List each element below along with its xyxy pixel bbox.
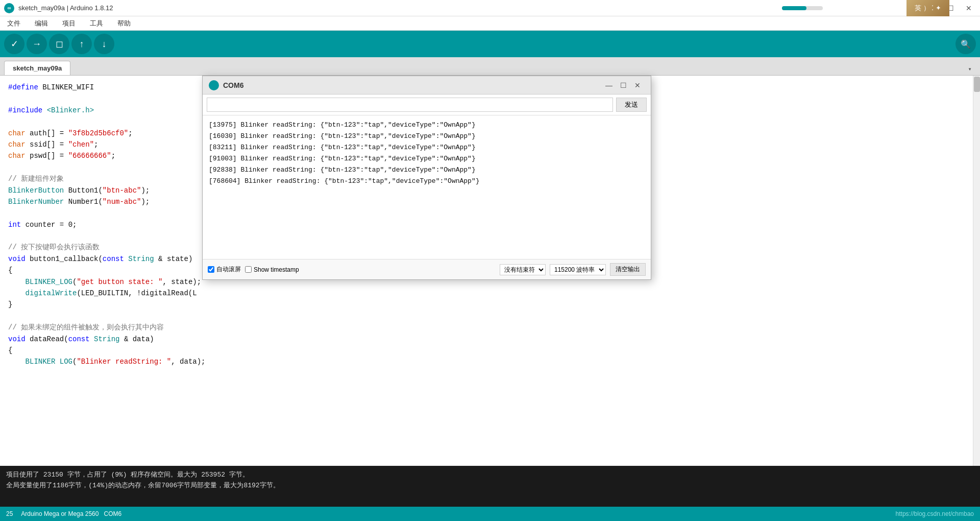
- com-input-field[interactable]: [207, 98, 613, 112]
- auto-scroll-checkbox-label[interactable]: 自动滚屏: [208, 265, 241, 274]
- app-title: sketch_may09a | Arduino 1.8.12: [18, 4, 782, 12]
- clear-output-button[interactable]: 清空输出: [610, 263, 646, 276]
- output-line-3: [83211] Blinker readString: {"btn-123":"…: [209, 142, 645, 153]
- com-output-area[interactable]: [13975] Blinker readString: {"btn-123":"…: [203, 115, 651, 259]
- board-info: Arduino Mega or Mega 2560 COM6: [21, 510, 121, 517]
- com-serial-window: COM6 — ☐ ✕ 发送 [13975] Blinker readString…: [202, 76, 651, 280]
- progress-fill: [782, 6, 806, 10]
- com-maximize-button[interactable]: ☐: [616, 78, 630, 92]
- com-title: COM6: [223, 81, 602, 89]
- output-line-5: [92838] Blinker readString: {"btn-123":"…: [209, 164, 645, 176]
- search-button[interactable]: 🔍: [955, 34, 976, 54]
- tab-bar: sketch_may09a ▾: [0, 57, 980, 76]
- menu-tools[interactable]: 工具: [87, 18, 106, 29]
- tab-sketch[interactable]: sketch_may09a: [4, 61, 70, 75]
- com-logo: [209, 80, 219, 90]
- output-line-6: [768604] Blinker readString: {"btn-123":…: [209, 176, 645, 187]
- open-button[interactable]: ↑: [71, 34, 92, 54]
- upload-button[interactable]: →: [27, 34, 47, 54]
- line-number: 25: [6, 510, 13, 517]
- arduino-badge: 英 ） ⁚ ✦: [906, 0, 949, 16]
- com-footer: 自动滚屏 Show timestamp 没有结束符 115200 波特率 清空输…: [203, 259, 651, 279]
- output-line-1: [13975] Blinker readString: {"btn-123":"…: [209, 120, 645, 131]
- progress-bar: [782, 6, 823, 10]
- auto-scroll-label: 自动滚屏: [216, 265, 241, 274]
- scrollbar-thumb[interactable]: [974, 77, 980, 92]
- timestamp-checkbox[interactable]: [245, 266, 252, 273]
- output-line-2: [16030] Blinker readString: {"btn-123":"…: [209, 131, 645, 142]
- close-button[interactable]: ✕: [962, 1, 976, 15]
- menu-project[interactable]: 项目: [59, 18, 79, 29]
- timestamp-checkbox-label[interactable]: Show timestamp: [245, 266, 299, 273]
- verify-button[interactable]: ✓: [4, 34, 24, 54]
- menu-bar: 文件 编辑 项目 工具 帮助: [0, 16, 980, 31]
- com-send-button[interactable]: 发送: [616, 98, 647, 112]
- menu-edit[interactable]: 编辑: [32, 18, 51, 29]
- app-logo: ∞: [4, 3, 14, 13]
- status-bar: 项目使用了 23150 字节，占用了 (9%) 程序存储空间。最大为 25395…: [0, 466, 980, 507]
- tab-dropdown-arrow[interactable]: ▾: [964, 63, 976, 75]
- link-info[interactable]: https://blog.csdn.net/chmbao: [896, 510, 974, 517]
- toolbar: ✓ → ◻ ↑ ↓ 🔍: [0, 31, 980, 57]
- com-minimize-button[interactable]: —: [602, 78, 616, 92]
- menu-file[interactable]: 文件: [4, 18, 23, 29]
- new-button[interactable]: ◻: [49, 34, 69, 54]
- save-button[interactable]: ↓: [94, 34, 114, 54]
- line-ending-select[interactable]: 没有结束符: [500, 264, 546, 275]
- menu-help[interactable]: 帮助: [114, 18, 134, 29]
- timestamp-label: Show timestamp: [254, 266, 299, 273]
- auto-scroll-checkbox[interactable]: [208, 266, 214, 273]
- com-titlebar: COM6 — ☐ ✕: [203, 76, 651, 94]
- com-input-row: 发送: [203, 94, 651, 115]
- title-bar: ∞ sketch_may09a | Arduino 1.8.12 — ☐ ✕: [0, 0, 980, 16]
- status-line-2: 全局变量使用了1186字节，(14%)的动态内存，余留7006字节局部变量，最大…: [6, 481, 974, 491]
- output-line-4: [91003] Blinker readString: {"btn-123":"…: [209, 153, 645, 164]
- bottom-bar: 25 Arduino Mega or Mega 2560 COM6 https:…: [0, 507, 980, 521]
- baud-rate-select[interactable]: 115200 波特率: [550, 264, 606, 275]
- status-line-1: 项目使用了 23150 字节，占用了 (9%) 程序存储空间。最大为 25395…: [6, 470, 974, 481]
- com-close-button[interactable]: ✕: [630, 78, 645, 92]
- vertical-scrollbar[interactable]: [973, 76, 980, 466]
- badge-text: 英 ） ⁚ ✦: [915, 4, 941, 13]
